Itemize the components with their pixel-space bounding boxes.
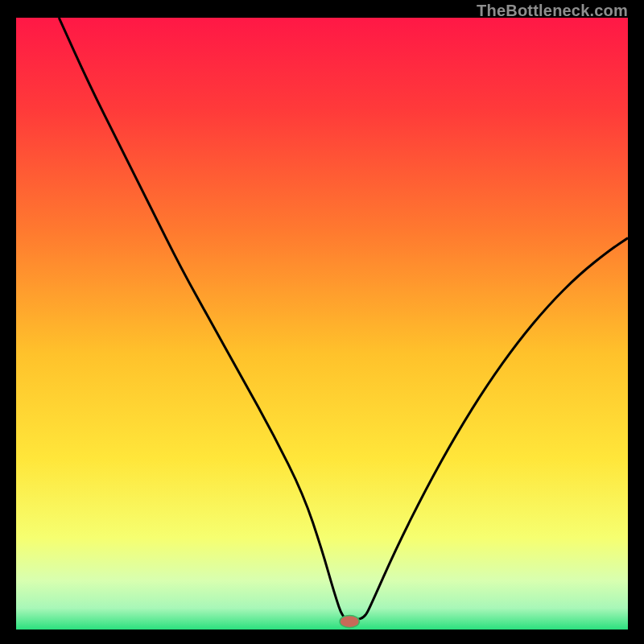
curve-minimum-marker: [340, 616, 359, 628]
chart-frame: TheBottleneck.com: [0, 0, 644, 644]
gradient-background: [16, 18, 628, 630]
plot-svg: [16, 18, 628, 630]
plot-area: [16, 18, 628, 630]
